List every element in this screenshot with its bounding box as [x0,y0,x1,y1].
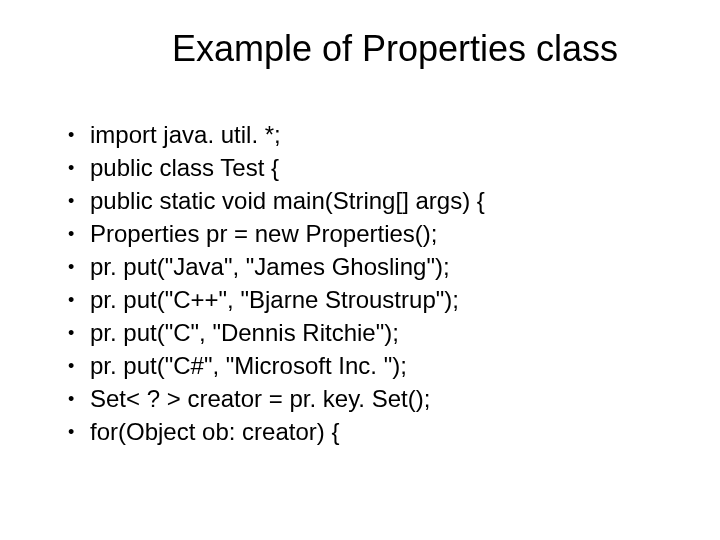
slide-title: Example of Properties class [40,28,680,70]
bullet-icon: • [68,120,90,150]
list-item: • pr. put("C", "Dennis Ritchie"); [68,318,680,348]
list-item: • pr. put("C++", "Bjarne Stroustrup"); [68,285,680,315]
bullet-icon: • [68,285,90,315]
bullet-icon: • [68,417,90,447]
bullet-text: import java. util. *; [90,120,680,150]
bullet-text: pr. put("C#", "Microsoft Inc. "); [90,351,680,381]
list-item: • Set< ? > creator = pr. key. Set(); [68,384,680,414]
list-item: • public class Test { [68,153,680,183]
bullet-icon: • [68,318,90,348]
bullet-text: public static void main(String[] args) { [90,186,680,216]
bullet-text: Set< ? > creator = pr. key. Set(); [90,384,680,414]
list-item: • for(Object ob: creator) { [68,417,680,447]
list-item: • public static void main(String[] args)… [68,186,680,216]
list-item: • import java. util. *; [68,120,680,150]
bullet-icon: • [68,186,90,216]
bullet-icon: • [68,219,90,249]
bullet-icon: • [68,153,90,183]
bullet-text: pr. put("C", "Dennis Ritchie"); [90,318,680,348]
bullet-icon: • [68,384,90,414]
bullet-text: Properties pr = new Properties(); [90,219,680,249]
bullet-list: • import java. util. *; • public class T… [68,120,680,447]
bullet-text: for(Object ob: creator) { [90,417,680,447]
bullet-icon: • [68,351,90,381]
bullet-icon: • [68,252,90,282]
bullet-text: pr. put("Java", "James Ghosling"); [90,252,680,282]
bullet-text: pr. put("C++", "Bjarne Stroustrup"); [90,285,680,315]
slide-container: Example of Properties class • import jav… [0,0,720,540]
list-item: • pr. put("Java", "James Ghosling"); [68,252,680,282]
list-item: • pr. put("C#", "Microsoft Inc. "); [68,351,680,381]
list-item: • Properties pr = new Properties(); [68,219,680,249]
bullet-text: public class Test { [90,153,680,183]
